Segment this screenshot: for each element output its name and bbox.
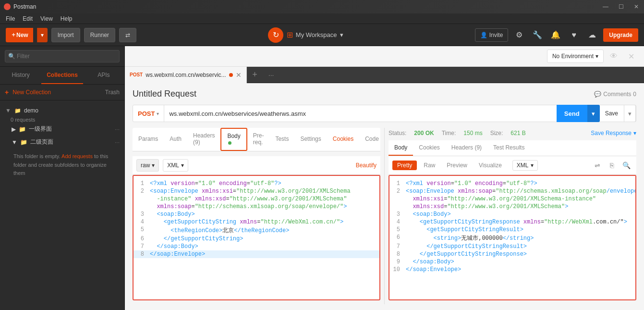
- tab-body[interactable]: Body: [220, 128, 247, 151]
- collection-demo[interactable]: ▼ 📁 demo: [0, 104, 124, 117]
- folder-level1[interactable]: ▶ 📁 一级界面 ···: [0, 123, 124, 136]
- env-eye-button[interactable]: 👁: [607, 49, 621, 63]
- resp-subtab-preview[interactable]: Preview: [442, 161, 472, 170]
- resp-line-9: 7 </getSupportCityStringResult>: [389, 243, 635, 250]
- comments-button[interactable]: 💬 Comments 0: [594, 91, 636, 98]
- resp-copy-icon[interactable]: ⎘: [606, 159, 618, 172]
- sync-button[interactable]: ↻: [268, 27, 283, 43]
- resp-tab-headers[interactable]: Headers (9): [446, 140, 487, 156]
- workspace-arrow: ▾: [340, 31, 343, 38]
- folder-more-2[interactable]: ···: [115, 139, 120, 146]
- resp-line-2: 2 <soap:Envelope xmlns:soap="http://sche…: [389, 187, 635, 195]
- new-button[interactable]: ＋ New: [6, 28, 33, 42]
- maximize-button[interactable]: ☐: [613, 0, 629, 13]
- toolbar-right: 👤 Invite ⚙ 🔧 🔔 ♥ ☁ Upgrade: [475, 28, 638, 42]
- tab-method: POST: [130, 72, 143, 77]
- new-tab-button[interactable]: +: [247, 67, 263, 83]
- tab-collections[interactable]: Collections: [41, 67, 83, 84]
- folder-icon-1: 📁: [19, 126, 26, 133]
- tab-close-button[interactable]: ✕: [236, 71, 242, 79]
- upgrade-button[interactable]: Upgrade: [603, 28, 638, 42]
- menu-edit[interactable]: Edit: [19, 13, 36, 24]
- resp-subtab-visualize[interactable]: Visualize: [474, 161, 507, 170]
- send-btn-group: Send ▾: [557, 105, 600, 122]
- settings-button[interactable]: ⚙: [512, 28, 526, 42]
- proxy-button[interactable]: ⇄: [119, 28, 136, 42]
- menu-file[interactable]: File: [2, 13, 19, 24]
- tab-code[interactable]: Code: [359, 132, 384, 147]
- send-arrow-button[interactable]: ▾: [587, 105, 600, 122]
- workspace-button[interactable]: ⊞ My Workspace ▾: [287, 30, 343, 39]
- tab-headers[interactable]: Headers (9): [187, 128, 220, 150]
- tab-cookies[interactable]: Cookies: [327, 132, 359, 147]
- resp-subtab-pretty[interactable]: Pretty: [392, 161, 417, 170]
- cloud-icon-btn[interactable]: ☁: [585, 28, 599, 42]
- tab-apis[interactable]: APIs: [83, 67, 124, 84]
- folder-name-1: 一级界面: [29, 125, 52, 133]
- resp-format-select[interactable]: XML ▾: [512, 160, 538, 171]
- response-panel: Status: 200 OK Time: 150 ms Size: 621 B …: [384, 128, 636, 304]
- url-input[interactable]: [164, 110, 556, 117]
- tab-history[interactable]: History: [0, 67, 41, 84]
- close-button[interactable]: ✕: [629, 0, 644, 13]
- time-label: Time:: [442, 130, 456, 136]
- menu-help[interactable]: Help: [57, 13, 76, 24]
- new-dropdown-button[interactable]: ▾: [37, 28, 48, 42]
- titlebar: Postman — ☐ ✕: [0, 0, 644, 13]
- resp-line-4: xmlns:xsd="http://www.w3.org/2001/XMLSch…: [389, 203, 635, 211]
- menubar: File Edit View Help: [0, 13, 644, 24]
- folder-left: ▶ 📁 一级界面: [12, 125, 52, 133]
- new-collection-label: New Collection: [12, 89, 51, 96]
- runner-button[interactable]: Runner: [84, 28, 115, 42]
- minimize-button[interactable]: —: [598, 0, 613, 13]
- code-line-9: 7 </soap:Body>: [134, 243, 379, 250]
- request-code-editor[interactable]: 1 <?xml version="1.0" encoding="utf-8"?>…: [133, 175, 380, 300]
- folder-more-1[interactable]: ···: [115, 126, 120, 133]
- request-area: Untitled Request 💬 Comments 0 POST ▾ Sen…: [125, 83, 644, 310]
- save-response-button[interactable]: Save Response ▾: [591, 130, 636, 136]
- request-tab-0[interactable]: POST ws.webxml.com.cn/webservic... ✕: [125, 67, 247, 83]
- heart-icon-btn[interactable]: ♥: [567, 28, 581, 42]
- response-status-bar: Status: 200 OK Time: 150 ms Size: 621 B …: [389, 128, 636, 140]
- method-arrow: ▾: [157, 111, 159, 116]
- expand-icon[interactable]: ▼: [5, 107, 12, 114]
- code-line-7: 5 <theRegionCode>北京</theRegionCode>: [134, 226, 379, 235]
- raw-arrow: ▾: [152, 162, 155, 169]
- env-settings-button[interactable]: ✕: [624, 49, 638, 63]
- format-xml[interactable]: XML ▾: [163, 159, 188, 172]
- send-button[interactable]: Send: [557, 105, 587, 122]
- code-line-1: 1 <?xml version="1.0" encoding="utf-8"?>: [134, 180, 379, 187]
- save-button[interactable]: Save: [599, 105, 624, 122]
- resp-tab-test-results[interactable]: Test Results: [487, 140, 530, 156]
- filter-input[interactable]: [5, 50, 120, 62]
- new-collection-button[interactable]: + New Collection: [5, 88, 51, 96]
- beautify-button[interactable]: Beautify: [356, 162, 377, 169]
- tab-params[interactable]: Params: [133, 132, 164, 147]
- folder-level2[interactable]: ▼ 📁 二级页面 ···: [0, 136, 124, 149]
- comments-label: Comments: [603, 91, 631, 98]
- invite-button[interactable]: 👤 Invite: [475, 28, 509, 42]
- trash-button[interactable]: Trash: [105, 89, 120, 96]
- wrench-icon-btn[interactable]: 🔧: [530, 28, 545, 42]
- resp-tab-body[interactable]: Body: [389, 140, 413, 156]
- save-arrow-button[interactable]: ▾: [624, 105, 636, 122]
- tab-prereq[interactable]: Pre-req.: [247, 128, 270, 150]
- resp-line-8: 6 <string>无城市,000000</string>: [389, 234, 635, 243]
- code-line-10: 8 </soap:Envelope>: [134, 250, 379, 258]
- method-select[interactable]: POST ▾: [133, 105, 164, 122]
- tab-auth[interactable]: Auth: [164, 132, 187, 147]
- resp-wrap-icon[interactable]: ⇌: [591, 159, 604, 172]
- format-raw[interactable]: raw ▾: [136, 159, 159, 172]
- resp-subtab-raw[interactable]: Raw: [419, 161, 440, 170]
- resp-tab-cookies[interactable]: Cookies: [413, 140, 445, 156]
- add-requests-link[interactable]: Add requests: [61, 153, 93, 159]
- import-button[interactable]: Import: [51, 28, 80, 42]
- split-view: Params Auth Headers (9) Body Pre-req. Te…: [133, 128, 636, 304]
- tab-settings[interactable]: Settings: [294, 132, 327, 147]
- bell-icon-btn[interactable]: 🔔: [548, 28, 563, 42]
- menu-view[interactable]: View: [36, 13, 57, 24]
- tab-more-button[interactable]: ···: [263, 67, 279, 83]
- tab-tests[interactable]: Tests: [269, 132, 294, 147]
- resp-search-icon[interactable]: 🔍: [620, 159, 632, 172]
- env-select[interactable]: No Environment ▾: [547, 50, 604, 63]
